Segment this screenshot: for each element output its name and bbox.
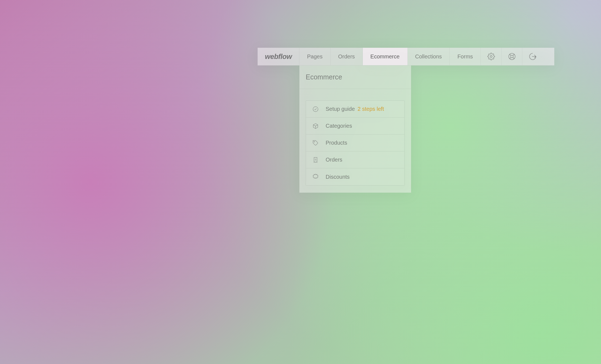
receipt-icon: $ — [312, 156, 319, 163]
help-button[interactable] — [502, 48, 522, 65]
gear-icon — [487, 53, 495, 60]
check-circle-icon — [312, 106, 319, 113]
svg-line-4 — [513, 57, 514, 59]
tab-pages[interactable]: Pages — [299, 48, 331, 65]
logo-cell[interactable]: webflow — [258, 48, 299, 65]
panel-title: Ecommerce — [306, 73, 342, 81]
webflow-logo: webflow — [265, 52, 292, 61]
menu-item-setup-guide[interactable]: Setup guide 2 steps left — [306, 101, 404, 118]
tab-label: Orders — [338, 53, 355, 60]
menu-item-label: Setup guide — [326, 106, 355, 112]
tab-label: Pages — [307, 53, 323, 60]
svg-point-10 — [314, 141, 315, 142]
panel-header: Ecommerce — [299, 65, 411, 89]
steps-left-badge: 2 steps left — [358, 106, 384, 112]
tab-forms[interactable]: Forms — [450, 48, 481, 65]
menu-item-label: Categories — [326, 123, 352, 129]
tag-icon — [312, 139, 319, 147]
tab-collections[interactable]: Collections — [408, 48, 450, 65]
svg-point-8 — [313, 106, 318, 111]
ecommerce-panel: Ecommerce Setup guide 2 steps left — [299, 65, 411, 193]
tab-label: Forms — [457, 53, 473, 60]
badge-icon — [312, 173, 319, 180]
top-bar: webflow Pages Orders Ecommerce Collectio… — [258, 48, 554, 65]
ecommerce-menu: Setup guide 2 steps left Categories — [306, 100, 405, 186]
settings-button[interactable] — [481, 48, 502, 65]
tab-orders[interactable]: Orders — [331, 48, 363, 65]
icon-bar — [481, 48, 543, 65]
cube-icon — [312, 123, 319, 130]
exit-button[interactable] — [522, 48, 543, 65]
tab-label: Collections — [415, 53, 442, 60]
menu-item-discounts[interactable]: Discounts — [306, 168, 404, 185]
menu-item-label: Orders — [326, 157, 342, 163]
menu-item-products[interactable]: Products — [306, 135, 404, 151]
editor-panel: webflow Pages Orders Ecommerce Collectio… — [258, 48, 554, 193]
menu-item-categories[interactable]: Categories — [306, 118, 404, 135]
svg-text:$: $ — [315, 158, 316, 161]
menu-item-orders[interactable]: $ Orders — [306, 151, 404, 168]
tab-bar: Pages Orders Ecommerce Collections Forms — [299, 48, 481, 65]
tab-label: Ecommerce — [370, 53, 400, 60]
help-icon — [508, 53, 516, 60]
menu-item-label: Products — [326, 140, 347, 146]
svg-point-2 — [511, 55, 513, 58]
svg-line-5 — [513, 54, 514, 56]
tab-ecommerce[interactable]: Ecommerce — [363, 48, 408, 65]
svg-line-6 — [509, 57, 511, 59]
svg-point-0 — [490, 56, 492, 58]
exit-icon — [529, 53, 537, 60]
menu-item-label: Discounts — [326, 174, 350, 180]
svg-line-3 — [509, 54, 511, 56]
